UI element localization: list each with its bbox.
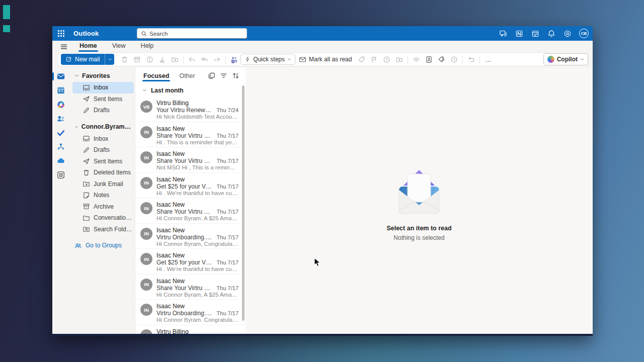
sidebar-item-searchfolders[interactable]: Search Folders bbox=[72, 224, 134, 235]
empty-state: Select an item to read Nothing is select… bbox=[354, 169, 485, 241]
toolbar-group-1 bbox=[118, 54, 181, 65]
list-scrollbar[interactable] bbox=[242, 85, 245, 321]
sidebar-item-convhistory[interactable]: Conversation Histo... bbox=[72, 212, 134, 224]
sidebar-item-deleted[interactable]: Deleted Items bbox=[72, 167, 134, 178]
search-box[interactable] bbox=[137, 28, 247, 39]
folder-icon bbox=[83, 169, 90, 176]
email-list-item[interactable]: IN Isaac New Virtru Onboarding: Ho... Th… bbox=[135, 300, 246, 325]
sidebar-item-junk[interactable]: Junk Email bbox=[72, 178, 134, 190]
delete-button[interactable] bbox=[118, 54, 131, 65]
sidebar-item-sent[interactable]: Sent Items bbox=[72, 156, 134, 167]
schedule-button[interactable] bbox=[448, 54, 460, 65]
email-list-item[interactable]: IN Isaac New Share Your Virtru Exper... … bbox=[135, 275, 246, 300]
filter-icon[interactable] bbox=[218, 71, 228, 81]
sort-icon[interactable] bbox=[230, 71, 240, 81]
rail-people[interactable] bbox=[54, 113, 67, 124]
email-list-item[interactable]: IN Isaac New Get $25 for your Virtru... … bbox=[135, 173, 246, 199]
tab-home[interactable]: Home bbox=[78, 41, 98, 52]
select-messages-icon[interactable] bbox=[206, 71, 216, 81]
tab-help[interactable]: Help bbox=[140, 41, 155, 52]
sidebar-item-drafts[interactable]: Drafts bbox=[72, 144, 134, 156]
tab-view[interactable]: View bbox=[111, 41, 127, 52]
sidebar-item-notes[interactable]: Notes bbox=[72, 190, 134, 201]
email-list-item[interactable]: IN Isaac New Share Your Virtru Exper... … bbox=[135, 198, 246, 224]
onenote-icon[interactable] bbox=[515, 29, 523, 38]
categorize-button[interactable] bbox=[435, 54, 448, 65]
email-sender: Isaac New bbox=[156, 252, 238, 259]
tab-focused[interactable]: Focused bbox=[142, 69, 170, 83]
settings-gear-icon[interactable] bbox=[563, 29, 572, 38]
rail-org[interactable] bbox=[54, 141, 67, 152]
sidebar-item-sent-fav[interactable]: Sent Items bbox=[72, 94, 134, 105]
new-mail-split-button[interactable]: New mail bbox=[61, 54, 114, 65]
rules-button[interactable] bbox=[393, 54, 406, 65]
more-options-button[interactable]: … bbox=[482, 54, 495, 65]
undo-button[interactable] bbox=[465, 54, 477, 65]
quick-steps-button[interactable]: Quick steps bbox=[240, 54, 295, 65]
copilot-button[interactable]: Copilot bbox=[543, 53, 588, 65]
tag-button[interactable] bbox=[355, 54, 368, 65]
snooze-button[interactable] bbox=[380, 54, 393, 65]
rail-copilot[interactable] bbox=[54, 99, 67, 110]
email-subject: Share Your Virtru Exper... bbox=[156, 208, 213, 215]
empty-state-subtitle: Nothing is selected bbox=[354, 234, 485, 241]
mark-all-read-button[interactable]: Mark all as read bbox=[295, 54, 355, 65]
rail-mail[interactable] bbox=[54, 71, 67, 82]
date-group-header[interactable]: Last month bbox=[135, 84, 246, 97]
email-list-item[interactable]: IN Isaac New Share Your Virtru Exper... … bbox=[135, 147, 246, 173]
go-to-groups-link[interactable]: Go to Groups bbox=[72, 239, 134, 251]
toolbar-group-3 bbox=[355, 54, 406, 65]
hamburger-menu-button[interactable] bbox=[58, 41, 69, 52]
sender-avatar: IN bbox=[140, 126, 152, 138]
move-to-button[interactable] bbox=[169, 54, 181, 65]
ribbon-tabs: Home View Help bbox=[78, 41, 168, 52]
forward-button[interactable] bbox=[211, 54, 223, 65]
new-mail-dropdown[interactable] bbox=[105, 54, 114, 65]
email-list-item[interactable]: VB Virtru Billing Your Virtru Renewal Is… bbox=[135, 97, 246, 122]
address-book-button[interactable] bbox=[423, 54, 435, 65]
email-sender: Isaac New bbox=[156, 150, 238, 157]
search-icon bbox=[141, 31, 147, 37]
email-sender: Isaac New bbox=[156, 227, 238, 234]
email-preview: Hi . We're thankful to have custo... bbox=[156, 190, 238, 197]
tab-other[interactable]: Other bbox=[178, 69, 196, 83]
app-launcher-button[interactable] bbox=[52, 26, 69, 41]
sender-avatar: IN bbox=[140, 304, 152, 316]
rail-calendar[interactable] bbox=[54, 85, 67, 96]
flag-button[interactable] bbox=[368, 54, 380, 65]
feedback-icon[interactable] bbox=[499, 29, 507, 38]
sidebar-item-archive[interactable]: Archive bbox=[72, 201, 134, 213]
sidebar-item-inbox[interactable]: Inbox bbox=[72, 133, 134, 145]
email-subject: Virtru Onboarding. Ho... bbox=[156, 234, 213, 241]
account-header[interactable]: Connor.Byram@vir... bbox=[72, 121, 134, 133]
sidebar-item-drafts-fav[interactable]: Drafts bbox=[72, 105, 134, 116]
email-list-item[interactable]: IN Isaac New Virtru Onboarding. Ho... Th… bbox=[135, 224, 246, 249]
read-unread-button[interactable] bbox=[410, 54, 423, 65]
rail-todo[interactable] bbox=[54, 127, 67, 138]
reply-button[interactable] bbox=[186, 54, 198, 65]
my-day-icon[interactable] bbox=[531, 29, 539, 38]
email-date: Thu 7/17 bbox=[217, 208, 238, 215]
email-list-item[interactable]: IN Isaac New Share Your Virtru Exper... … bbox=[135, 122, 246, 148]
notifications-bell-icon[interactable] bbox=[547, 29, 555, 38]
rail-more-apps[interactable] bbox=[54, 169, 67, 180]
sender-avatar: VB bbox=[140, 329, 152, 334]
archive-button[interactable] bbox=[131, 54, 143, 65]
email-list-item[interactable]: VB Virtru Billing Your Virtru Renewal Is… bbox=[135, 325, 246, 334]
folder-icon bbox=[83, 135, 90, 142]
email-date: Thu 7/17 bbox=[217, 132, 238, 139]
sidebar-item-inbox-fav[interactable]: Inbox bbox=[72, 82, 134, 94]
reply-all-button[interactable] bbox=[198, 54, 211, 65]
share-to-teams-button[interactable] bbox=[228, 54, 240, 65]
sweep-button[interactable] bbox=[156, 54, 169, 65]
rail-onedrive[interactable] bbox=[54, 155, 67, 166]
account-avatar[interactable]: CB bbox=[579, 29, 589, 38]
favorites-header[interactable]: Favorites bbox=[72, 69, 134, 82]
report-button[interactable] bbox=[143, 54, 156, 65]
email-list-item[interactable]: IN Isaac New Get $25 for your Virtru... … bbox=[135, 249, 246, 275]
email-sender: Isaac New bbox=[156, 278, 238, 285]
email-preview: Hi Connor Byram, Congratulation... bbox=[156, 241, 238, 247]
search-input[interactable] bbox=[149, 31, 247, 37]
email-subject: Get $25 for your Virtru... bbox=[156, 183, 213, 190]
app-rail bbox=[52, 67, 69, 334]
